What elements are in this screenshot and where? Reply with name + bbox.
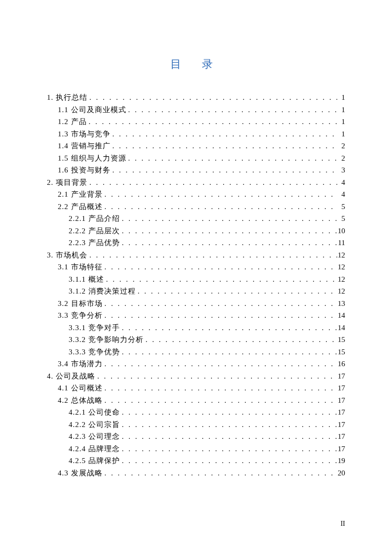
- toc-entry-label: 1.6 投资与财务: [58, 167, 111, 174]
- toc-entry: 4.2.2 公司宗旨17: [47, 421, 345, 428]
- toc-entry-label: 2.2.2 产品层次: [69, 227, 120, 235]
- toc-title: 目 录: [47, 57, 345, 72]
- toc-entry: 3. 市场机会12: [47, 252, 345, 259]
- toc-leader-dots: [120, 348, 337, 356]
- toc-leader-dots: [103, 263, 338, 271]
- toc-entry-page: 3: [337, 167, 345, 174]
- toc-entry: 1.6 投资与财务3: [47, 167, 345, 174]
- toc-entry-page: 14: [337, 324, 345, 332]
- toc-entry-page: 5: [337, 203, 345, 211]
- toc-entry-label: 1.5 组织与人力资源: [58, 155, 126, 162]
- toc-entry-page: 4: [337, 179, 345, 186]
- toc-leader-dots: [103, 312, 338, 319]
- toc-entry-page: 17: [337, 433, 345, 440]
- toc-entry-label: 1.1 公司及商业模式: [58, 106, 126, 114]
- toc-entry-label: 4.2.3 公司理念: [69, 433, 120, 440]
- toc-entry-page: 12: [337, 263, 345, 271]
- toc-leader-dots: [111, 130, 338, 138]
- toc-entry: 1.2 产品1: [47, 118, 345, 126]
- toc-entry-label: 4.2.4 品牌理念: [69, 445, 120, 453]
- document-page: 目 录 1. 执行总结11.1 公司及商业模式11.2 产品11.3 市场与竞争…: [0, 0, 392, 511]
- toc-leader-dots: [120, 433, 337, 440]
- toc-entry-page: 17: [337, 384, 345, 392]
- toc-leader-dots: [120, 409, 337, 416]
- toc-entry: 2.1 产业背景4: [47, 191, 345, 198]
- toc-leader-dots: [120, 227, 337, 235]
- toc-entry: 1. 执行总结1: [47, 94, 345, 101]
- toc-entry: 2.2.3 产品优势11: [47, 239, 345, 247]
- toc-entry-label: 4. 公司及战略: [47, 373, 95, 380]
- toc-leader-dots: [120, 445, 337, 453]
- page-number: II: [341, 520, 345, 528]
- toc-entry-label: 3.4 市场潜力: [58, 360, 103, 368]
- toc-entry-page: 17: [337, 445, 345, 453]
- toc-entry-page: 2: [337, 155, 345, 162]
- toc-entry-page: 12: [337, 276, 345, 283]
- toc-entry-label: 3.3.2 竞争影响力分析: [69, 336, 144, 343]
- toc-entry: 3.1.1 概述12: [47, 276, 345, 283]
- toc-entry-page: 1: [337, 94, 345, 101]
- toc-entry: 4.2 总体战略17: [47, 397, 345, 404]
- toc-entry-label: 4.1 公司概述: [58, 384, 103, 392]
- toc-entry: 3.4 市场潜力16: [47, 360, 345, 368]
- toc-entry: 4. 公司及战略17: [47, 373, 345, 380]
- toc-entry: 4.2.1 公司使命17: [47, 409, 345, 416]
- toc-entry-page: 17: [337, 373, 345, 380]
- toc-entry-label: 3.1 市场特征: [58, 263, 103, 271]
- toc-entry-label: 2.2.1 产品介绍: [69, 215, 120, 222]
- toc-entry: 3.3.2 竞争影响力分析15: [47, 336, 345, 343]
- toc-entry-page: 13: [337, 300, 345, 307]
- toc-entry-page: 1: [337, 118, 345, 126]
- toc-entry: 1.5 组织与人力资源2: [47, 155, 345, 162]
- toc-entry: 1.1 公司及商业模式1: [47, 106, 345, 114]
- toc-leader-dots: [103, 191, 338, 198]
- toc-entry-label: 1. 执行总结: [47, 94, 87, 101]
- toc-entry-label: 2. 项目背景: [47, 179, 87, 186]
- toc-entry-label: 3.3.3 竞争优势: [69, 348, 120, 356]
- toc-entry-label: 2.2 产品概述: [58, 203, 103, 211]
- toc-entry: 4.2.4 品牌理念17: [47, 445, 345, 453]
- toc-leader-dots: [111, 142, 338, 150]
- toc-entry-page: 1: [337, 130, 345, 138]
- toc-entry-label: 3.2 目标市场: [58, 300, 103, 307]
- toc-entry-label: 4.2 总体战略: [58, 397, 103, 404]
- toc-leader-dots: [103, 397, 338, 404]
- toc-entry-label: 4.2.1 公司使命: [69, 409, 120, 416]
- toc-leader-dots: [87, 94, 337, 101]
- toc-entry-page: 11: [337, 239, 345, 247]
- toc-entry-label: 3.3 竞争分析: [58, 312, 103, 319]
- toc-entry-label: 4.3 发展战略: [58, 470, 103, 477]
- toc-entry: 3.1.2 消费决策过程12: [47, 288, 345, 295]
- toc-entry-label: 2.1 产业背景: [58, 191, 103, 198]
- toc-entry-page: 17: [337, 421, 345, 428]
- toc-entry-page: 12: [337, 288, 345, 295]
- toc-leader-dots: [103, 384, 338, 392]
- toc-entry-label: 4.2.5 品牌保护: [69, 457, 120, 465]
- toc-entry: 2. 项目背景4: [47, 179, 345, 186]
- toc-entry-page: 4: [337, 191, 345, 198]
- toc-entry-page: 10: [337, 227, 345, 235]
- toc-entry: 3.3 竞争分析14: [47, 312, 345, 319]
- toc-leader-dots: [95, 373, 337, 380]
- toc-leader-dots: [103, 360, 338, 368]
- toc-entry: 2.2.2 产品层次10: [47, 227, 345, 235]
- toc-entry: 4.3 发展战略20: [47, 470, 345, 477]
- toc-entry-page: 5: [337, 215, 345, 222]
- toc-leader-dots: [144, 336, 337, 343]
- toc-entry-page: 20: [337, 470, 345, 477]
- toc-leader-dots: [87, 118, 338, 126]
- toc-entry: 3.3.1 竞争对手14: [47, 324, 345, 332]
- toc-leader-dots: [120, 421, 337, 428]
- toc-leader-dots: [87, 252, 337, 259]
- toc-entry: 1.3 市场与竞争1: [47, 130, 345, 138]
- toc-entry: 1.4 营销与推广2: [47, 142, 345, 150]
- toc-leader-dots: [104, 276, 337, 283]
- toc-entry: 4.2.5 品牌保护19: [47, 457, 345, 465]
- toc-leader-dots: [120, 457, 337, 465]
- toc-entry-label: 1.2 产品: [58, 118, 87, 126]
- toc-entry-label: 1.3 市场与竞争: [58, 130, 111, 138]
- toc-leader-dots: [126, 155, 338, 162]
- toc-entry: 4.1 公司概述17: [47, 384, 345, 392]
- toc-leader-dots: [103, 203, 338, 211]
- toc-entry-label: 4.2.2 公司宗旨: [69, 421, 120, 428]
